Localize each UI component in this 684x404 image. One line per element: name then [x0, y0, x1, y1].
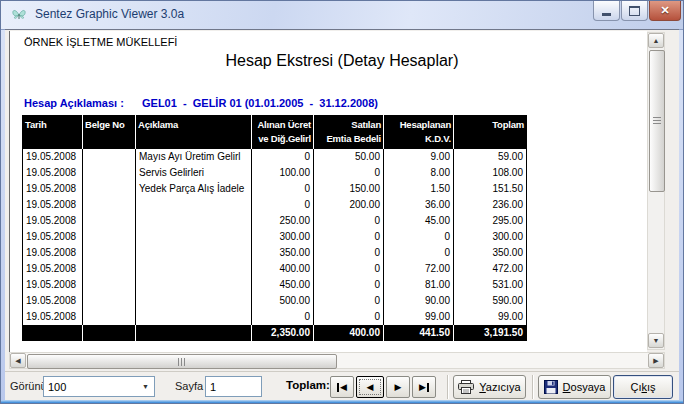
table-cell: [136, 197, 252, 213]
table-cell: 19.05.2008: [23, 229, 83, 245]
scroll-down-button[interactable]: ▼: [648, 333, 664, 348]
account-description-label: Hesap Açıklaması :: [24, 97, 124, 109]
table-cell: 45.00: [384, 213, 454, 229]
table-cell: [83, 309, 136, 325]
zoom-select[interactable]: 100 ▼: [43, 376, 155, 397]
scroll-left-button[interactable]: ◀: [10, 353, 26, 368]
minimize-icon: [602, 13, 611, 16]
report-table: TarihBelge NoAçıklamaAlınan Ücretve Diğ.…: [22, 115, 527, 341]
vertical-scrollbar-thumb[interactable]: [649, 50, 665, 192]
table-cell: 0: [314, 165, 384, 181]
table-cell: 0: [314, 309, 384, 325]
table-cell: 0: [252, 181, 314, 197]
account-description-value: GEL01 - GELİR 01 (01.01.2005 - 31.12.200…: [142, 97, 378, 109]
table-cell: [83, 213, 136, 229]
table-cell: 300.00: [252, 229, 314, 245]
table-cell: [83, 293, 136, 309]
last-page-button[interactable]: ▶: [412, 376, 436, 398]
chevron-down-icon: ▼: [142, 383, 149, 390]
table-cell: 108.00: [454, 165, 527, 181]
table-cell: 0: [384, 245, 454, 261]
scroll-up-button[interactable]: ▲: [648, 33, 664, 48]
close-button[interactable]: ✕: [649, 1, 681, 21]
table-cell: 350.00: [252, 245, 314, 261]
scroll-left-icon: ◀: [15, 357, 20, 365]
table-cell: 19.05.2008: [23, 293, 83, 309]
table-cell: 0: [314, 293, 384, 309]
table-cell: 0: [384, 229, 454, 245]
thumb-grip-icon: [653, 117, 661, 125]
table-row: 19.05.2008250.00045.00295.00: [22, 213, 527, 229]
printer-icon: [458, 380, 474, 394]
table-cell: 200.00: [314, 197, 384, 213]
scroll-right-icon: ▶: [653, 357, 658, 365]
previous-page-button[interactable]: ◀: [356, 376, 384, 398]
maximize-button[interactable]: [621, 1, 648, 21]
table-cell: 72.00: [384, 261, 454, 277]
table-cell: [83, 229, 136, 245]
table-cell: [136, 229, 252, 245]
table-cell: 100.00: [252, 165, 314, 181]
table-cell: 472.00: [454, 261, 527, 277]
total-cell: [23, 325, 83, 341]
next-page-button[interactable]: ▶: [386, 376, 410, 398]
floppy-disk-icon: [544, 380, 558, 394]
exit-button[interactable]: Çıkış: [613, 375, 673, 399]
button-label: Çı: [630, 381, 641, 393]
total-cell: 441.50: [384, 325, 454, 341]
table-cell: 19.05.2008: [23, 197, 83, 213]
scroll-down-icon: ▼: [653, 337, 660, 344]
table-cell: 300.00: [454, 229, 527, 245]
maximize-icon: [629, 6, 640, 16]
total-label: Toplam:: [286, 379, 330, 391]
table-total-row: 2,350.00400.00441.503,191.50: [22, 325, 527, 341]
last-page-icon: [427, 383, 429, 392]
table-cell: 250.00: [252, 213, 314, 229]
scroll-right-button[interactable]: ▶: [648, 353, 664, 368]
first-page-button[interactable]: ◀: [330, 376, 354, 398]
column-header: Toplam: [454, 115, 527, 149]
horizontal-scrollbar-thumb[interactable]: [27, 354, 337, 369]
minimize-button[interactable]: [593, 1, 620, 21]
table-cell: 90.00: [384, 293, 454, 309]
table-cell: [83, 181, 136, 197]
table-cell: Yedek Parça Alış İadele: [136, 181, 252, 197]
table-cell: 0: [314, 245, 384, 261]
print-button[interactable]: Yazıcıya: [453, 375, 526, 399]
table-cell: Mayıs Ayı Üretim Gelirl: [136, 149, 252, 165]
table-row: 19.05.2008450.00081.00531.00: [22, 277, 527, 293]
triangle-left-icon: ◀: [367, 382, 374, 392]
table-cell: 99.00: [454, 309, 527, 325]
thumb-grip-icon: [178, 358, 186, 366]
title-bar[interactable]: Sentez Graphic Viewer 3.0a ✕: [1, 1, 683, 30]
table-cell: [83, 277, 136, 293]
horizontal-scrollbar[interactable]: ◀ ▶: [9, 352, 665, 369]
table-cell: 236.00: [454, 197, 527, 213]
table-cell: [83, 261, 136, 277]
table-cell: 0: [314, 277, 384, 293]
save-to-file-button[interactable]: Dosyaya: [538, 375, 611, 399]
button-label: azıcıya: [486, 381, 521, 393]
close-icon: ✕: [660, 5, 669, 16]
table-cell: 36.00: [384, 197, 454, 213]
table-cell: Servis Gelirleri: [136, 165, 252, 181]
button-label: osyaya: [571, 381, 606, 393]
column-header: Alınan Ücretve Diğ.Gelirl: [252, 115, 314, 149]
vertical-scrollbar[interactable]: ▲ ▼: [647, 32, 665, 350]
table-cell: 19.05.2008: [23, 149, 83, 165]
table-cell: [136, 261, 252, 277]
table-cell: 400.00: [252, 261, 314, 277]
first-page-icon: [337, 383, 339, 392]
client-area: ÖRNEK İŞLETME MÜKELLEFİ Hesap Ekstresi (…: [5, 29, 679, 400]
column-header: Tarih: [23, 115, 83, 149]
table-cell: 19.05.2008: [23, 213, 83, 229]
toolbar-separator: [447, 375, 449, 399]
report-title: Hesap Ekstresi (Detay Hesaplar): [42, 52, 642, 70]
page-input[interactable]: [205, 376, 262, 397]
table-cell: 19.05.2008: [23, 277, 83, 293]
table-cell: [83, 197, 136, 213]
table-cell: 0: [314, 213, 384, 229]
table-cell: [83, 165, 136, 181]
total-cell: 3,191.50: [454, 325, 527, 341]
button-label: ış: [647, 381, 656, 393]
